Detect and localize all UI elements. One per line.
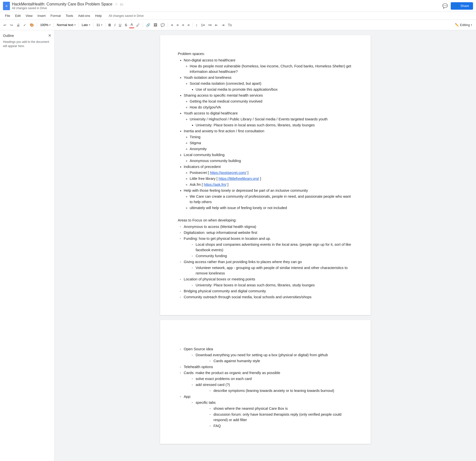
- font-dropdown[interactable]: Lato ▾: [80, 22, 92, 27]
- align-center-button[interactable]: ≡: [175, 22, 180, 28]
- sep7: [168, 23, 168, 27]
- saved-menu-status: All changes saved in Drive: [107, 13, 146, 19]
- title-area: HackMentalHealth: Community Care Box Pro…: [12, 2, 440, 10]
- font-chevron: ▾: [89, 24, 90, 26]
- folder-icon[interactable]: 🗁: [120, 2, 123, 6]
- list-item: Help with those feeling lonely or depres…: [184, 188, 353, 211]
- sub-sub-list: University: Place boxes in local areas s…: [190, 122, 353, 128]
- list-item: Youth access to digital healthcare Unive…: [184, 110, 353, 128]
- toolbar: ↩ ↪ 🖨 ✓ 🎨 100% ▾ Normal text ▾ Lato ▾ 11…: [0, 20, 476, 30]
- list-item: Indicators of precedent Postsecret [ htt…: [184, 164, 353, 187]
- zoom-chevron: ▾: [49, 24, 51, 26]
- list-item: Social media isolation (connected, but a…: [190, 81, 353, 92]
- menu-insert[interactable]: Insert: [35, 13, 48, 19]
- link-button[interactable]: 🔗: [144, 22, 152, 28]
- list-item: Anonymity: [190, 146, 353, 152]
- sub-list: Postsecret [ https://postsecret.com/ ] L…: [184, 170, 353, 187]
- title-row: HackMentalHealth: Community Care Box Pro…: [12, 2, 440, 6]
- justify-button[interactable]: ≡: [186, 22, 191, 28]
- menu-view[interactable]: View: [24, 13, 34, 19]
- strikethrough-button[interactable]: S: [123, 22, 129, 28]
- askfm-link[interactable]: https://ask.fm/: [204, 183, 226, 187]
- align-right-button[interactable]: ≡: [181, 22, 186, 28]
- menu-file[interactable]: File: [3, 13, 12, 19]
- star-icon[interactable]: ☆: [114, 2, 118, 6]
- underline-button[interactable]: U: [117, 22, 123, 28]
- list-item: Getting the local medical community invo…: [190, 99, 353, 104]
- numbered-list-button[interactable]: 1≡: [199, 22, 206, 28]
- sidebar: Outline ✕ Headings you add to the docume…: [0, 30, 55, 461]
- decrease-indent-button[interactable]: ⇤: [214, 22, 220, 28]
- menu-format[interactable]: Format: [49, 13, 63, 19]
- editing-button[interactable]: ✏️ Editing ▾: [453, 22, 474, 28]
- list-item: Local shops and companies advertising ev…: [184, 242, 353, 253]
- sep1: [37, 23, 37, 27]
- share-button[interactable]: 👤 Share: [451, 2, 473, 10]
- list-item: describe symptoms (leaning towards anxie…: [196, 388, 353, 393]
- paint-format-button[interactable]: 🎨: [28, 22, 35, 28]
- sub-list: We Care can create a community of profes…: [184, 194, 353, 211]
- list-item: How do city/gov/VA: [190, 105, 353, 110]
- style-dropdown[interactable]: Normal text ▾: [55, 22, 77, 27]
- page-2-content: Open Source idea Download everything you…: [178, 335, 353, 429]
- list-item: We Care can create a community of profes…: [190, 194, 353, 205]
- doc-title: HackMentalHealth: Community Care Box Pro…: [12, 2, 112, 6]
- undo-button[interactable]: ↩: [2, 22, 8, 28]
- sub-list: Timing Stigma Anonymity: [184, 134, 353, 152]
- line-spacing-button[interactable]: ↕: [194, 22, 199, 28]
- size-chevron: ▾: [101, 24, 102, 26]
- sidebar-title: Outline: [3, 34, 14, 38]
- list-item: Anonymous community building: [190, 158, 353, 163]
- bold-button[interactable]: B: [107, 22, 112, 28]
- menu-tools[interactable]: Tools: [64, 13, 75, 19]
- list-item: specific tabs shows where the nearest ph…: [184, 400, 353, 429]
- list-item: ultimately will help with issue of feeli…: [190, 205, 353, 211]
- text-color-button[interactable]: A: [129, 22, 134, 28]
- spell-check-button[interactable]: ✓: [22, 22, 28, 28]
- littlefreelibrary-link[interactable]: https://littlefreelibrary.org/: [219, 177, 259, 181]
- saved-status: All changes saved in Drive: [12, 6, 440, 10]
- comment-button[interactable]: 💬: [442, 3, 448, 9]
- menu-edit[interactable]: Edit: [13, 13, 23, 19]
- doc-area: Problem spaces: Non-digital access to he…: [55, 30, 476, 461]
- highlight-button[interactable]: 🖊: [135, 22, 141, 28]
- sub-list: Getting the local medical community invo…: [184, 99, 353, 110]
- list-item: Open Source idea Download everything you…: [178, 346, 353, 364]
- menu-help[interactable]: Help: [93, 13, 104, 19]
- page-1: Problem spaces: Non-digital access to he…: [160, 35, 371, 315]
- list-item: solve exact problems on each card: [184, 376, 353, 381]
- sidebar-close-button[interactable]: ✕: [48, 33, 51, 38]
- bullet-list-button[interactable]: •≡: [207, 22, 213, 28]
- list-item: How do people most vulnerable (homeless,…: [190, 63, 353, 74]
- zoom-dropdown[interactable]: 100% ▾: [39, 22, 52, 27]
- list-item: App: specific tabs shows where the neare…: [178, 394, 353, 429]
- align-left-button[interactable]: ≡: [169, 22, 174, 28]
- list-item: University: Place boxes in local areas s…: [196, 122, 353, 128]
- sub-list: How do people most vulnerable (homeless,…: [184, 63, 353, 74]
- list-item: Bridging physical community and digital …: [178, 288, 353, 294]
- page-2: Open Source idea Download everything you…: [160, 320, 371, 444]
- sub-list: University / Highschool / Public Library…: [184, 116, 353, 128]
- list-item: University / Highschool / Public Library…: [190, 116, 353, 128]
- size-dropdown[interactable]: 11 ▾: [95, 22, 104, 27]
- page-1-content: Problem spaces: Non-digital access to he…: [178, 51, 353, 300]
- list-item: Sharing access to specific mental health…: [184, 93, 353, 110]
- share-icon: 👤: [455, 4, 459, 8]
- list-item: Volunteer network, app - grouping up wit…: [184, 265, 353, 276]
- list-item: Ask.fm [ https://ask.fm/ ]: [190, 182, 353, 187]
- redo-button[interactable]: ↪: [8, 22, 14, 28]
- print-button[interactable]: 🖨: [15, 22, 21, 28]
- sep5: [105, 23, 106, 27]
- sep2: [54, 23, 54, 27]
- comment-toolbar-button[interactable]: 💬: [159, 22, 166, 28]
- italic-button[interactable]: I: [113, 22, 117, 28]
- areas-focus-header: Areas to Focus on when developing:: [178, 217, 353, 223]
- image-button[interactable]: 🖼: [152, 22, 159, 28]
- clear-format-button[interactable]: Tx: [226, 22, 233, 28]
- menu-addons[interactable]: Add-ons: [76, 13, 92, 19]
- postsecret-link[interactable]: https://postsecret.com/: [210, 171, 246, 175]
- sub-list: Social media isolation (connected, but a…: [184, 81, 353, 92]
- increase-indent-button[interactable]: ⇥: [220, 22, 226, 28]
- list-item: Cards: make the product as organic and f…: [178, 370, 353, 393]
- list-item: add stressed card (?) describe symptoms …: [184, 382, 353, 393]
